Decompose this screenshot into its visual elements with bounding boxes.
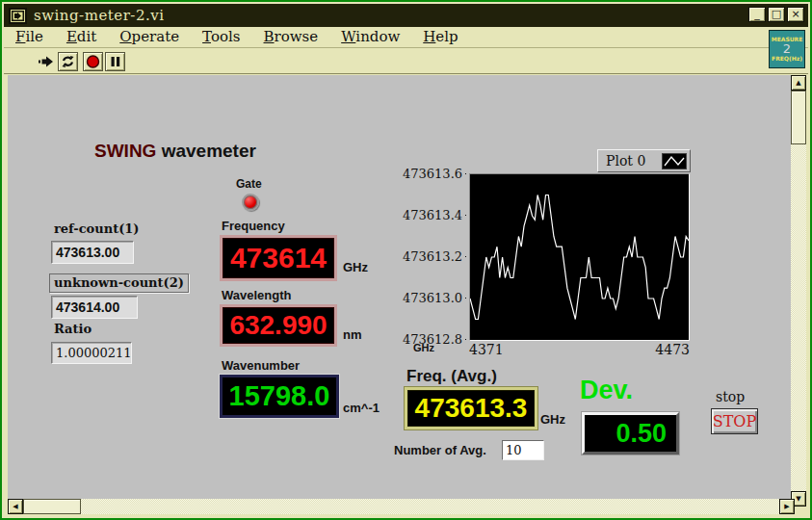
scroll-up-button[interactable]: ▲: [791, 75, 806, 91]
pause-icon: [110, 56, 121, 67]
wavelength-label: Wavelength: [222, 288, 291, 302]
stop-label: stop: [716, 389, 745, 404]
stop-button[interactable]: STOP: [711, 408, 758, 434]
wavenumber-label: Wavenumber: [222, 358, 300, 373]
front-panel: SWING wavemeter Gate ref-count(1) 473613…: [8, 75, 795, 501]
horizontal-scroll-thumb[interactable]: [23, 499, 81, 514]
wavenumber-unit: cm^-1: [343, 401, 380, 415]
page-title: SWING wavemeter: [94, 141, 256, 162]
gate-label: Gate: [236, 177, 262, 191]
menu-bar: FileEditOperateToolsBrowseWindowHelp: [4, 27, 808, 48]
run-button[interactable]: [36, 52, 56, 71]
y-tick-label: 473613.2: [403, 249, 466, 263]
menu-item-window[interactable]: Window: [329, 27, 411, 47]
num-avg-label: Number of Avg.: [394, 443, 486, 457]
menu-item-edit[interactable]: Edit: [55, 27, 108, 47]
run-arrow-glyph: [12, 11, 24, 21]
menu-item-tools[interactable]: Tools: [191, 27, 251, 47]
waveform-plot-area: [469, 173, 690, 341]
wavelength-unit: nm: [343, 327, 362, 342]
num-avg-input[interactable]: 10: [502, 440, 544, 460]
unknown-count-value: 473614.00: [51, 296, 138, 319]
run-continuous-button[interactable]: [58, 52, 78, 71]
run-arrow-icon: [39, 55, 54, 68]
vertical-scrollbar[interactable]: ▲ ▼: [791, 75, 806, 507]
legend-label: Plot 0: [606, 153, 645, 169]
freq-avg-unit: GHz: [540, 412, 565, 427]
abort-icon: [86, 55, 100, 68]
horizontal-scrollbar[interactable]: ◀ ▶: [8, 499, 795, 514]
gate-led[interactable]: [242, 194, 259, 211]
y-tick-label: 473613.4: [403, 208, 466, 221]
dev-label: Dev.: [580, 376, 633, 405]
ref-count-label: ref-count(1): [54, 221, 140, 236]
x-axis-unit-label: GHz: [413, 342, 434, 353]
vertical-scroll-thumb[interactable]: [791, 91, 806, 144]
continuous-run-icon: [61, 55, 75, 68]
ref-count-value: 473613.00: [51, 241, 134, 264]
window-title: swing-meter-2.vi: [34, 7, 165, 24]
vi-window: swing-meter-2.vi _ □ × FileEditOperateTo…: [0, 0, 812, 520]
unknown-count-label: unknown-count(2): [49, 273, 189, 293]
close-button[interactable]: ×: [787, 7, 804, 22]
waveform-svg: [470, 174, 689, 340]
scroll-right-button[interactable]: ▶: [779, 499, 795, 514]
minimize-button[interactable]: _: [748, 7, 766, 22]
y-tick-label: 473613.6: [403, 167, 466, 180]
pause-button[interactable]: [105, 52, 125, 71]
wavelength-display: 632.990: [220, 304, 337, 347]
frequency-display: 473614: [220, 235, 337, 281]
freq-avg-label: Freq. (Avg.): [406, 367, 497, 386]
page-title-accent: SWING: [94, 141, 156, 161]
frequency-unit: GHz: [343, 260, 368, 274]
menu-item-operate[interactable]: Operate: [108, 27, 191, 47]
vi-icon-line2: 2: [783, 42, 791, 56]
labview-vi-icon: [9, 8, 27, 24]
ratio-value: 1.00000211: [51, 342, 132, 364]
y-tick-label: 473613.0: [403, 291, 466, 304]
x-axis-max-label: 4473: [655, 342, 690, 357]
wavenumber-display: 15798.0: [220, 375, 339, 418]
dev-display: 0.50: [582, 412, 679, 455]
scroll-left-button[interactable]: ◀: [8, 499, 23, 514]
vi-connector-icon: MEASURE 2 FREQ(Hz): [769, 30, 805, 68]
frequency-label: Frequency: [222, 219, 285, 233]
toolbar: MEASURE 2 FREQ(Hz): [4, 49, 808, 74]
ratio-label: Ratio: [54, 322, 92, 336]
menu-item-file[interactable]: File: [4, 27, 55, 47]
maximize-button[interactable]: □: [768, 7, 785, 22]
title-bar[interactable]: swing-meter-2.vi _ □ ×: [4, 4, 808, 27]
x-axis-min-label: 4371: [469, 342, 504, 357]
freq-avg-display: 473613.3: [405, 387, 537, 429]
chart-legend[interactable]: Plot 0: [597, 149, 691, 172]
page-title-rest: wavemeter: [156, 141, 256, 161]
y-tick-label: 473612.8: [403, 332, 466, 346]
menu-item-browse[interactable]: Browse: [252, 27, 330, 47]
plot-line-style-icon[interactable]: [662, 153, 687, 169]
vi-icon-line3: FREQ(Hz): [772, 56, 802, 62]
menu-item-help[interactable]: Help: [411, 27, 469, 47]
abort-button[interactable]: [83, 52, 103, 71]
